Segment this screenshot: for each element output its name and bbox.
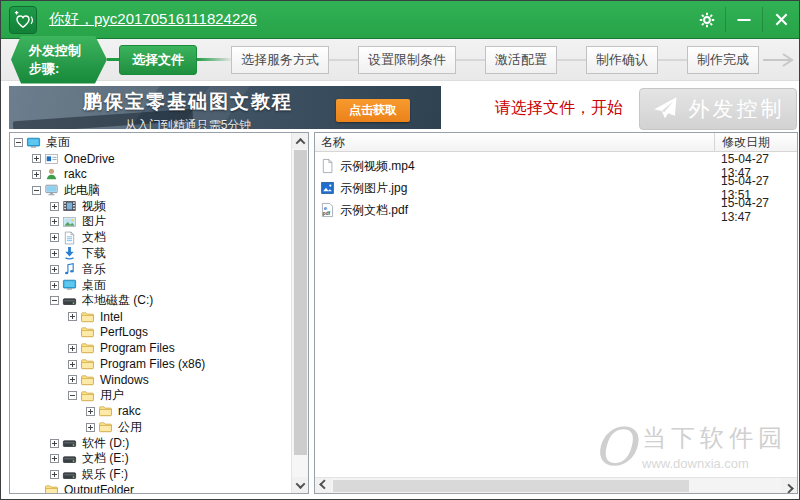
file-name: 示例图片.jpg — [340, 180, 407, 197]
tree-item[interactable]: OutputFolder — [10, 483, 291, 493]
outgoing-control-button[interactable]: 外发控制 — [639, 88, 797, 130]
tree-item[interactable]: Program Files — [10, 340, 291, 356]
tree-expander[interactable] — [50, 265, 59, 274]
tree-expander[interactable] — [68, 360, 77, 369]
tree-expander[interactable] — [50, 249, 59, 258]
folder-icon — [98, 404, 114, 418]
tree-expander[interactable] — [50, 439, 59, 448]
svg-text:pdf: pdf — [323, 211, 331, 216]
computer-icon — [44, 183, 60, 197]
tree-item-label: 用户 — [100, 387, 124, 404]
scrollbar-thumb[interactable] — [294, 150, 307, 455]
tree-item[interactable]: 桌面 — [10, 135, 291, 151]
tree-item[interactable]: 本地磁盘 (C:) — [10, 293, 291, 309]
watermark-site-name: 当下软件园 — [642, 422, 787, 454]
tree-item[interactable]: rakc — [10, 404, 291, 420]
tree-item-label: 此电脑 — [64, 182, 100, 199]
step-item[interactable]: 选择服务方式 — [231, 46, 329, 74]
tree-item[interactable]: PerfLogs — [10, 325, 291, 341]
download-icon — [62, 246, 78, 260]
chevron-up-icon — [295, 137, 305, 147]
tree-expander[interactable] — [68, 391, 77, 400]
scrollbar-thumb[interactable] — [333, 480, 689, 492]
ad-cta-button[interactable]: 点击获取 — [336, 99, 410, 122]
tree-item[interactable]: OneDrive — [10, 151, 291, 167]
tree-expander[interactable] — [14, 138, 23, 147]
list-horizontal-scrollbar[interactable] — [315, 477, 797, 493]
file-row[interactable]: epdf示例文档.pdf15-04-27 13:47 — [315, 196, 797, 218]
file-generic-icon — [320, 158, 335, 174]
folder-icon — [80, 325, 96, 339]
drive-icon — [62, 294, 78, 308]
tree-item[interactable]: 娱乐 (F:) — [10, 467, 291, 483]
tree-expander[interactable] — [50, 454, 59, 463]
step-item[interactable]: 制作确认 — [586, 46, 658, 74]
column-header[interactable]: 名称 — [315, 133, 714, 151]
gear-icon[interactable] — [689, 1, 725, 38]
scroll-left-button[interactable] — [315, 478, 331, 494]
tree-item-label: 公用 — [118, 419, 142, 436]
steps-bar: 外发控制步骤: 选择文件选择服务方式设置限制条件激活配置制作确认制作完成 — [1, 39, 799, 81]
scroll-down-button[interactable] — [292, 477, 308, 493]
tree-expander[interactable] — [32, 154, 41, 163]
tree-expander[interactable] — [86, 407, 95, 416]
close-icon[interactable] — [763, 1, 799, 38]
tree-expander[interactable] — [68, 312, 77, 321]
step-connector — [107, 58, 119, 61]
downxia-logo-icon: O — [593, 425, 636, 469]
scroll-right-button[interactable] — [781, 478, 797, 494]
tree-expander[interactable] — [50, 202, 59, 211]
tree-item[interactable]: 文档 — [10, 230, 291, 246]
ad-banner[interactable]: 鹏保宝零基础图文教程 从入门到精通只需5分钟 点击获取 — [9, 86, 441, 129]
tree-item[interactable]: 用户 — [10, 388, 291, 404]
account-greeting-link[interactable]: 你好，pyc20170516111824226 — [49, 10, 257, 29]
tree-expander[interactable] — [50, 281, 59, 290]
tree-item[interactable]: 视频 — [10, 198, 291, 214]
tree-item[interactable]: 图片 — [10, 214, 291, 230]
tree-expander[interactable] — [50, 296, 59, 305]
tree-item[interactable]: 此电脑 — [10, 182, 291, 198]
tree-item-label: Program Files — [100, 341, 175, 355]
music-icon — [62, 262, 78, 276]
tree-expander[interactable] — [86, 423, 95, 432]
desktop-icon — [26, 136, 42, 150]
tree-item-label: 视频 — [82, 198, 106, 215]
folder-icon — [80, 357, 96, 371]
tree-expander[interactable] — [32, 186, 41, 195]
tree-item[interactable]: 软件 (D:) — [10, 435, 291, 451]
step-item[interactable]: 制作完成 — [687, 46, 759, 74]
picture-icon — [62, 215, 78, 229]
tree-item[interactable]: Program Files (x86) — [10, 356, 291, 372]
tree-item[interactable]: 音乐 — [10, 261, 291, 277]
tree-item-label: 下载 — [82, 245, 106, 262]
tree-item-label: 软件 (D:) — [82, 435, 129, 452]
tree-expander[interactable] — [68, 344, 77, 353]
file-image-icon — [320, 180, 335, 196]
onedrive-icon — [44, 152, 60, 166]
tree-item[interactable]: 文档 (E:) — [10, 451, 291, 467]
minimize-icon[interactable] — [726, 1, 762, 38]
tree-item[interactable]: Intel — [10, 309, 291, 325]
file-row[interactable]: 示例图片.jpg15-04-27 13:51 — [315, 174, 797, 196]
tree-item-label: 桌面 — [46, 134, 70, 151]
tree-expander[interactable] — [50, 470, 59, 479]
tree-vertical-scrollbar[interactable] — [291, 133, 308, 493]
tree-item[interactable]: 下载 — [10, 246, 291, 262]
ad-text: 鹏保宝零基础图文教程 从入门到精通只需5分钟 — [33, 89, 343, 129]
steps-label: 外发控制步骤: — [11, 36, 107, 84]
step-item[interactable]: 设置限制条件 — [358, 46, 456, 74]
file-row[interactable]: 示例视频.mp415-04-27 13:47 — [315, 152, 797, 174]
tree-item-label: 文档 (E:) — [82, 450, 129, 467]
step-item[interactable]: 选择文件 — [119, 45, 197, 75]
tree-expander[interactable] — [50, 233, 59, 242]
column-header[interactable]: 修改日期 — [714, 133, 797, 151]
tree-expander[interactable] — [32, 170, 41, 179]
tree-item[interactable]: Windows — [10, 372, 291, 388]
tree-expander[interactable] — [68, 375, 77, 384]
step-item[interactable]: 激活配置 — [485, 46, 557, 74]
tree-item[interactable]: 公用 — [10, 419, 291, 435]
tree-item[interactable]: 桌面 — [10, 277, 291, 293]
tree-expander[interactable] — [50, 217, 59, 226]
tree-item[interactable]: rakc — [10, 167, 291, 183]
scroll-up-button[interactable] — [292, 133, 308, 149]
